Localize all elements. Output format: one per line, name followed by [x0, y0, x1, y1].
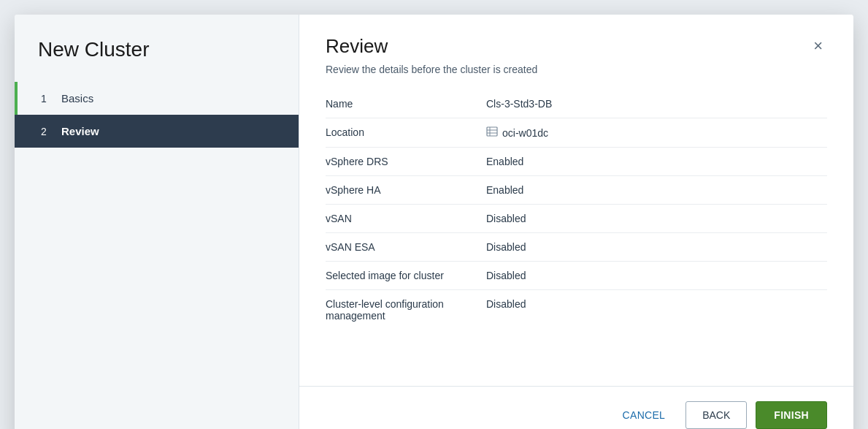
- step-number-2: 2: [41, 126, 53, 137]
- datacenter-icon: [486, 126, 498, 139]
- new-cluster-dialog: New Cluster 1 Basics 2 Review Review × R…: [15, 15, 853, 429]
- review-row-text: Disabled: [486, 270, 526, 281]
- review-row-key: Name: [326, 98, 486, 110]
- review-row-value: Disabled: [486, 298, 526, 310]
- dialog-title: New Cluster: [15, 15, 299, 82]
- review-row: Selected image for clusterDisabled: [326, 262, 827, 290]
- review-row-key: vSAN ESA: [326, 241, 486, 253]
- review-row-text: oci-w01dc: [502, 127, 548, 139]
- review-row-value: Enabled: [486, 184, 523, 196]
- review-row: NameCls-3-Std3-DB: [326, 90, 827, 118]
- review-row-value: Cls-3-Std3-DB: [486, 98, 552, 110]
- review-row: Cluster-level configuration managementDi…: [326, 290, 827, 330]
- step-label-review: Review: [61, 125, 99, 137]
- review-row-value: Enabled: [486, 156, 523, 167]
- review-row-text: Enabled: [486, 184, 523, 196]
- review-row-text: Disabled: [486, 298, 526, 310]
- steps-list: 1 Basics 2 Review: [15, 82, 299, 429]
- review-row-value: oci-w01dc: [486, 126, 548, 139]
- review-row-value: Disabled: [486, 270, 526, 281]
- review-row-text: Disabled: [486, 241, 526, 253]
- review-table: NameCls-3-Std3-DBLocation oci-w01dcvSphe…: [299, 90, 853, 386]
- step-label-basics: Basics: [61, 92, 93, 105]
- review-subtitle: Review the details before the cluster is…: [299, 64, 853, 90]
- back-button[interactable]: BACK: [685, 401, 747, 429]
- review-row-text: Enabled: [486, 156, 523, 167]
- close-button[interactable]: ×: [809, 35, 827, 57]
- review-row: vSANDisabled: [326, 205, 827, 233]
- review-row: Location oci-w01dc: [326, 118, 827, 148]
- cancel-button[interactable]: CANCEL: [611, 402, 677, 428]
- footer-actions: CANCEL BACK FINISH: [299, 386, 853, 429]
- review-title: Review: [326, 35, 388, 58]
- review-row-value: Disabled: [486, 213, 526, 224]
- review-row-key: Selected image for cluster: [326, 270, 486, 281]
- right-header: Review ×: [299, 15, 853, 64]
- review-row-key: vSAN: [326, 213, 486, 224]
- review-row: vSphere DRSEnabled: [326, 148, 827, 176]
- review-row: vSAN ESADisabled: [326, 233, 827, 262]
- svg-rect-0: [487, 127, 497, 136]
- review-row-key: Location: [326, 126, 486, 138]
- review-row-key: vSphere HA: [326, 184, 486, 196]
- step-item-review[interactable]: 2 Review: [15, 115, 299, 148]
- review-row-key: Cluster-level configuration management: [326, 298, 486, 322]
- left-panel: New Cluster 1 Basics 2 Review: [15, 15, 299, 429]
- review-row: vSphere HAEnabled: [326, 176, 827, 205]
- finish-button[interactable]: FINISH: [756, 401, 827, 429]
- review-row-text: Cls-3-Std3-DB: [486, 98, 552, 110]
- right-panel: Review × Review the details before the c…: [299, 15, 853, 429]
- review-row-key: vSphere DRS: [326, 156, 486, 167]
- review-row-text: Disabled: [486, 213, 526, 224]
- step-number-1: 1: [41, 93, 53, 105]
- step-item-basics[interactable]: 1 Basics: [15, 82, 299, 115]
- review-row-value: Disabled: [486, 241, 526, 253]
